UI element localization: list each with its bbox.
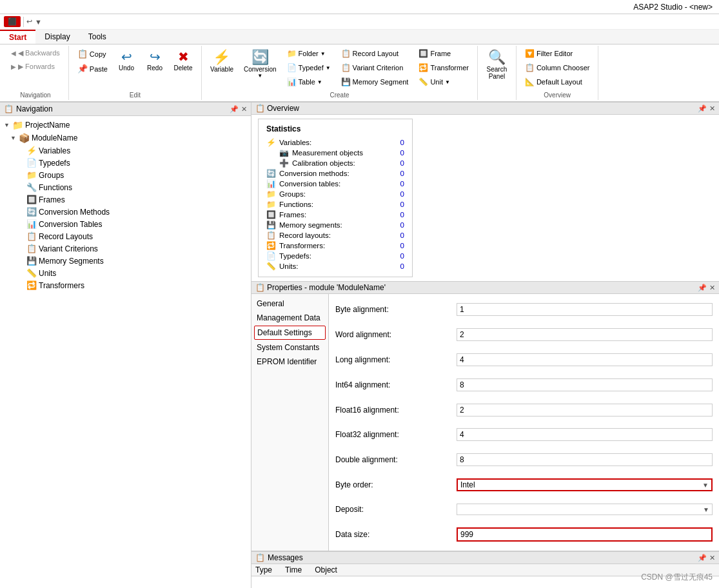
msg-col-time: Time: [285, 565, 302, 574]
app-menu-button[interactable]: ⬛: [4, 16, 21, 27]
properties-tab[interactable]: 📋 Properties - module 'ModuleName': [255, 283, 386, 292]
props-nav-general[interactable]: General: [251, 297, 328, 311]
memory-segment-button[interactable]: 💾 Memory Segment: [338, 75, 412, 88]
delete-button[interactable]: ✖ Delete: [170, 47, 196, 74]
float32-alignment-input[interactable]: [457, 428, 713, 441]
column-chooser-button[interactable]: 📋 Column Chooser: [522, 61, 593, 74]
overview-content: Statistics ⚡ Variables: 0 📷 Measurement …: [251, 115, 719, 281]
deposit-input[interactable]: [460, 505, 703, 514]
double-alignment-label: Double alignment:: [335, 455, 451, 464]
module-icon: 📦: [19, 133, 30, 143]
tree-item-record-layouts[interactable]: 📋 Record Layouts: [0, 230, 251, 242]
tree-item-conv-methods[interactable]: 🔄 Conversion Methods: [0, 206, 251, 218]
nav-pin-button[interactable]: 📌: [230, 105, 239, 113]
tree-item-groups[interactable]: 📁 Groups: [0, 169, 251, 181]
stat-variables: ⚡ Variables: 0: [266, 137, 404, 148]
tree-item-transformers[interactable]: 🔁 Transformers: [0, 279, 251, 291]
overview-tab[interactable]: 📋 Overview: [255, 104, 299, 113]
tree-item-frames[interactable]: 🔲 Frames: [0, 193, 251, 206]
tree-item-functions[interactable]: 🔧 Functions: [0, 181, 251, 193]
qat-arrow[interactable]: ▼: [35, 18, 42, 26]
props-nav-default-settings[interactable]: Default Settings: [254, 326, 326, 340]
backwards-button[interactable]: ◀ ◀ Backwards: [8, 47, 63, 59]
redo-button[interactable]: ↪ Redo: [142, 47, 168, 74]
conversion-button[interactable]: 🔄 Conversion ▼: [241, 47, 280, 81]
props-nav-management[interactable]: Management Data: [251, 311, 328, 325]
default-layout-button[interactable]: 📐 Default Layout: [522, 75, 593, 88]
search-button[interactable]: 🔍 Search Panel: [484, 47, 511, 82]
unit-button[interactable]: 📏 Unit ▼: [415, 75, 472, 88]
frame-button[interactable]: 🔲 Frame: [415, 47, 472, 60]
props-nav-system-constants[interactable]: System Constants: [251, 340, 328, 355]
tab-tools[interactable]: Tools: [79, 30, 115, 44]
props-nav-eprom-identifier[interactable]: EPROM Identifier: [251, 355, 328, 369]
int64-alignment-input[interactable]: [457, 378, 713, 391]
tree-item-variables[interactable]: ⚡ Variables: [0, 144, 251, 157]
navigation-tree: ▼ 📁 ProjectName ▼ 📦 ModuleName ⚡ Variabl…: [0, 116, 251, 588]
table-button[interactable]: 📊 Table ▼: [284, 75, 334, 88]
float16-alignment-label: Float16 alignment:: [335, 406, 451, 415]
tab-start[interactable]: Start: [0, 30, 35, 44]
filter-editor-button[interactable]: 🔽 Filter Editor: [522, 47, 593, 60]
stat-groups: 📁 Groups: 0: [266, 189, 404, 199]
stat-conv-methods: 🔄 Conversion methods: 0: [266, 168, 404, 179]
transformers-stat-icon: 🔁: [266, 241, 277, 250]
overview-pin-button[interactable]: 📌: [698, 104, 707, 113]
properties-close-button[interactable]: ✕: [709, 284, 715, 292]
units-icon: 📏: [26, 268, 37, 278]
stat-functions: 📁 Functions: 0: [266, 199, 404, 210]
tree-item-variant-criterions[interactable]: 📋 Variant Criterions: [0, 242, 251, 255]
stat-calibration: ➕ Calibration objects: 0: [266, 158, 404, 168]
deposit-label: Deposit:: [335, 505, 451, 514]
messages-pin-button[interactable]: 📌: [698, 554, 707, 562]
folder-button[interactable]: 📁 Folder ▼: [284, 47, 334, 60]
tree-item-project[interactable]: ▼ 📁 ProjectName: [0, 119, 251, 132]
long-alignment-input[interactable]: [457, 353, 713, 366]
byte-order-dropdown-icon[interactable]: ▼: [702, 482, 709, 489]
stat-memory-segments: 💾 Memory segments: 0: [266, 220, 404, 230]
variables-icon: ⚡: [26, 146, 37, 155]
float16-alignment-input[interactable]: [457, 404, 713, 416]
properties-pin-button[interactable]: 📌: [698, 284, 707, 292]
forwards-button[interactable]: ▶ ▶ Forwards: [8, 61, 63, 73]
nav-close-button[interactable]: ✕: [241, 105, 247, 113]
tree-item-memory-segments[interactable]: 💾 Memory Segments: [0, 255, 251, 267]
qat-undo[interactable]: ↩: [26, 17, 32, 26]
undo-button[interactable]: ↩ Undo: [113, 47, 139, 74]
byte-order-input[interactable]: [460, 480, 702, 489]
ribbon-group-edit: 📋 Copy 📌 Paste ↩ Undo: [69, 46, 202, 100]
double-alignment-input[interactable]: [457, 453, 713, 466]
byte-alignment-input[interactable]: [457, 303, 713, 316]
variant-criterion-button[interactable]: 📋 Variant Criterion: [338, 61, 412, 74]
conv-methods-icon: 🔄: [26, 207, 37, 217]
quick-access-toolbar: ⬛ ↩ ▼: [0, 14, 719, 30]
int64-alignment-label: Int64 alignment:: [335, 380, 451, 389]
deposit-select-container: ▼: [457, 504, 713, 515]
paste-button[interactable]: 📌 Paste: [74, 62, 111, 75]
typedef-button[interactable]: 📄 Typedef ▼: [284, 61, 334, 74]
long-alignment-label: Long alignment:: [335, 355, 451, 364]
tree-item-typedefs[interactable]: 📄 Typedefs: [0, 157, 251, 169]
frames-stat-icon: 🔲: [266, 210, 277, 219]
copy-button[interactable]: 📋 Copy: [74, 47, 111, 61]
record-layout-button[interactable]: 📋 Record Layout: [338, 47, 412, 60]
conv-methods-stat-icon: 🔄: [266, 169, 277, 178]
ribbon-group-create: ⚡ Variable 🔄 Conversion ▼ 📁 Folder ▼: [202, 46, 478, 100]
tree-item-units[interactable]: 📏 Units: [0, 267, 251, 279]
main-layout: 📋 Navigation 📌 ✕ ▼ 📁 ProjectName ▼ 📦 Mod…: [0, 103, 719, 588]
byte-alignment-label: Byte alignment:: [335, 305, 451, 314]
messages-close-button[interactable]: ✕: [709, 554, 715, 562]
tab-display[interactable]: Display: [35, 30, 79, 44]
variable-button[interactable]: ⚡ Variable: [207, 47, 237, 75]
data-size-input[interactable]: [457, 527, 713, 542]
tree-item-conv-tables[interactable]: 📊 Conversion Tables: [0, 218, 251, 230]
overview-close-button[interactable]: ✕: [709, 104, 715, 113]
ribbon-group-overview: 🔽 Filter Editor 📋 Column Chooser 📐 Defau…: [517, 46, 599, 100]
transformer-button[interactable]: 🔁 Transformer: [415, 61, 472, 74]
project-icon: 📁: [12, 120, 23, 130]
word-alignment-input[interactable]: [457, 328, 713, 341]
deposit-dropdown-icon[interactable]: ▼: [703, 506, 709, 513]
ribbon: Start Display Tools ◀ ◀ Backwards ▶ ▶ Fo…: [0, 30, 719, 103]
stat-frames: 🔲 Frames: 0: [266, 210, 404, 220]
tree-item-module[interactable]: ▼ 📦 ModuleName: [0, 132, 251, 144]
